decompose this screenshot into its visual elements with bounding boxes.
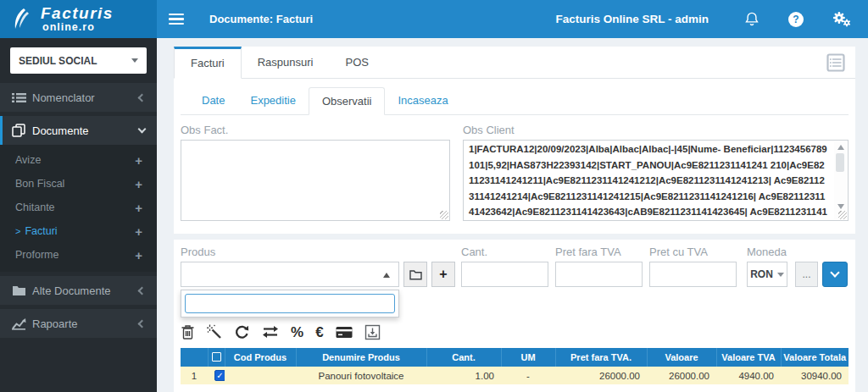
col-valoare[interactable]: Valoare (647, 348, 716, 367)
chevron-left-icon (138, 286, 147, 295)
cell-valoare: 26000.00 (647, 367, 716, 384)
notifications-bell-icon[interactable] (744, 11, 760, 27)
row-number: 1 (181, 367, 208, 384)
col-denumire-produs[interactable]: Denumire Produs (296, 348, 426, 367)
pret-cu-tva-input[interactable] (649, 262, 737, 287)
obs-fact-textarea[interactable] (181, 140, 450, 221)
hamburger-menu-icon[interactable] (169, 11, 184, 28)
pret-fara-tva-label: Pret fara TVA (555, 246, 643, 258)
folder-icon (409, 269, 422, 280)
sub-tabs: Date Expeditie Observatii Incaseaza (181, 87, 849, 115)
currency-euro-button[interactable]: € (315, 325, 323, 340)
browse-products-button[interactable] (403, 262, 427, 287)
product-form-row: Produs + (181, 246, 849, 287)
subtab-expeditie[interactable]: Expeditie (237, 87, 308, 114)
magic-wand-button[interactable] (207, 324, 222, 340)
col-um[interactable]: UM (501, 348, 555, 367)
plus-icon[interactable]: + (135, 224, 142, 239)
add-line-button[interactable] (822, 262, 848, 287)
sidebar-item-rapoarte[interactable]: Rapoarte (0, 309, 157, 338)
row-checkbox-checked[interactable]: ✓ (214, 370, 225, 381)
table-row[interactable]: 1 ✓ Panouri fotovoltaice 1.00 - 26000.00 (181, 367, 849, 384)
caret-down-icon (131, 58, 138, 63)
sidebar-item-documente[interactable]: Documente (0, 116, 157, 145)
more-options-button[interactable]: ... (795, 262, 818, 287)
brand-name: Facturis (41, 5, 114, 21)
cant-input[interactable] (461, 262, 548, 287)
add-product-button[interactable]: + (431, 262, 455, 287)
chevron-left-icon (138, 93, 147, 102)
produs-dropdown-panel (181, 290, 399, 317)
chart-line-icon (12, 317, 32, 330)
check-icon: ✓ (216, 371, 223, 380)
percent-discount-button[interactable]: % (291, 325, 303, 340)
tab-facturi[interactable]: Facturi (174, 47, 242, 79)
company-selector[interactable]: SEDIUL SOCIAL (10, 47, 147, 74)
cell-denumire-produs: Panouri fotovoltaice (296, 367, 426, 384)
submenu-item-bon-fiscal[interactable]: Bon Fiscal + (0, 172, 157, 196)
col-valoare-totala[interactable]: Valoare Totala (781, 348, 849, 367)
payment-card-button[interactable] (336, 326, 353, 339)
resize-grip-icon[interactable] (440, 211, 448, 219)
submenu-item-chitante[interactable]: Chitante + (0, 196, 157, 219)
brand-domain: online.ro (42, 22, 114, 33)
plus-icon[interactable]: + (135, 153, 142, 168)
produs-select[interactable] (181, 262, 399, 287)
sidebar-item-label: Nomenclator (32, 91, 139, 104)
cell-valoare-totala: 30940.00 (781, 367, 849, 384)
tab-pos[interactable]: POS (330, 47, 385, 78)
select-all-checkbox[interactable] (212, 352, 221, 362)
cell-pret-fara-tva: 26000.00 (555, 367, 647, 384)
moneda-value: RON (750, 268, 773, 280)
resize-grip-icon[interactable] (838, 211, 847, 219)
import-download-button[interactable] (364, 324, 381, 340)
observatii-pane: Date Expeditie Observatii Incaseaza Obs … (174, 79, 855, 234)
brand-logo[interactable]: Facturis online.ro (0, 0, 157, 38)
chevron-left-icon (138, 319, 147, 328)
col-select[interactable] (208, 348, 225, 367)
submenu-item-proforme[interactable]: Proforme + (0, 243, 157, 267)
product-panel: Produs + (174, 240, 855, 392)
moneda-select[interactable]: RON (747, 262, 787, 287)
submenu-item-avize[interactable]: Avize + (0, 148, 157, 172)
obs-client-textarea[interactable]: 1|FACTURA12|20/09/2023|Alba|Albac|Albac|… (463, 140, 849, 221)
caret-down-icon (777, 273, 784, 277)
obs-fact-label: Obs Fact. (181, 124, 450, 136)
textarea-scrollbar[interactable] (834, 141, 847, 219)
tab-raspunsuri[interactable]: Raspunsuri (242, 47, 330, 78)
app-window: Facturis online.ro SEDIUL SOCIAL Nomencl… (0, 0, 868, 392)
plus-icon[interactable]: + (135, 201, 142, 215)
row-select-cell[interactable]: ✓ (208, 367, 225, 384)
plus-icon[interactable]: + (135, 248, 142, 262)
documents-icon (12, 124, 32, 137)
col-valoare-tva[interactable]: Valoare TVA (716, 348, 781, 367)
account-label[interactable]: Facturis Online SRL - admin (555, 13, 709, 25)
scroll-down-icon[interactable] (837, 204, 844, 209)
swap-button[interactable] (262, 325, 279, 339)
scroll-up-icon[interactable] (837, 145, 844, 150)
produs-search-input[interactable] (185, 294, 395, 313)
feather-logo-icon (12, 7, 34, 32)
col-cod-produs[interactable]: Cod Produs (225, 348, 296, 367)
content-area: Facturi Raspunsuri POS (157, 38, 868, 392)
list-view-icon[interactable] (826, 53, 845, 75)
delete-rows-button[interactable] (181, 324, 195, 340)
sidebar-item-nomenclator[interactable]: Nomenclator (0, 83, 157, 112)
refresh-button[interactable] (234, 324, 250, 340)
scroll-thumb[interactable] (836, 153, 844, 172)
subtab-date[interactable]: Date (189, 87, 237, 114)
active-marker-icon: > (15, 226, 20, 236)
help-icon[interactable]: ? (788, 12, 804, 27)
col-cant[interactable]: Cant. (426, 348, 501, 367)
subtab-incaseaza[interactable]: Incaseaza (385, 87, 460, 114)
documents-submenu: Avize + Bon Fiscal + Chitante + > Factur… (0, 145, 157, 272)
submenu-item-facturi[interactable]: > Facturi + (0, 219, 157, 243)
sidebar-item-label: Alte Documente (32, 284, 139, 297)
subtab-observatii[interactable]: Observatii (309, 87, 386, 115)
observations-row: Obs Fact. Obs Client 1|FACTURA12|20/09/2… (181, 115, 849, 221)
sidebar-item-alte-documente[interactable]: Alte Documente (0, 276, 157, 305)
col-pret-fara-tva[interactable]: Pret fara TVA. (555, 348, 647, 367)
settings-cogs-icon[interactable] (832, 11, 851, 27)
pret-fara-tva-input[interactable] (555, 262, 643, 287)
plus-icon[interactable]: + (135, 177, 142, 191)
